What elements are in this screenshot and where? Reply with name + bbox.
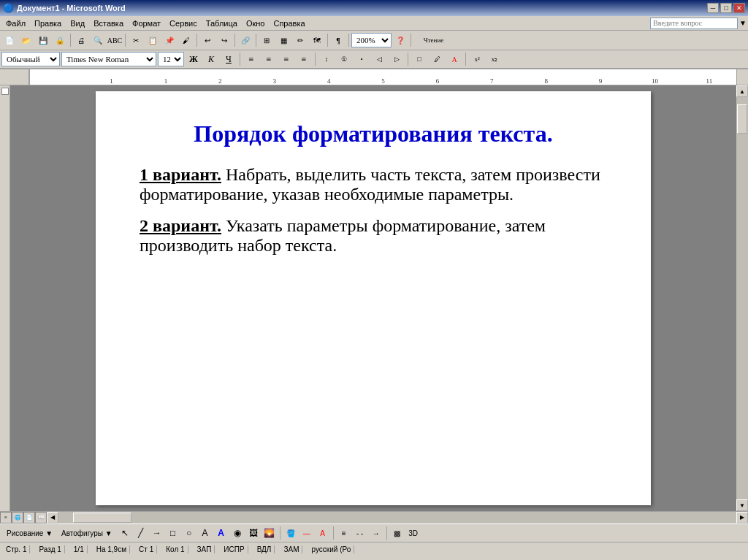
ruler-5: 4 bbox=[302, 78, 356, 85]
diagram-tool[interactable]: ◉ bbox=[230, 526, 245, 540]
bullets-button[interactable]: • bbox=[354, 51, 370, 67]
menu-format[interactable]: Формат bbox=[128, 18, 165, 29]
table-button[interactable]: ⊞ bbox=[259, 32, 275, 48]
docmap-button[interactable]: 🗺 bbox=[309, 32, 325, 48]
variant2-paragraph: 2 вариант. Указать параметры форматирова… bbox=[140, 216, 607, 256]
hyperlink-button[interactable]: 🔗 bbox=[237, 32, 253, 48]
search-arrow[interactable]: ▼ bbox=[739, 19, 747, 27]
menu-window[interactable]: Окно bbox=[242, 18, 270, 29]
sep1 bbox=[70, 34, 71, 47]
print-view-button[interactable]: 📄 bbox=[23, 512, 35, 523]
scroll-thumb[interactable] bbox=[737, 104, 747, 134]
hscroll-right-button[interactable]: ▶ bbox=[736, 512, 748, 523]
web-view-button[interactable]: 🌐 bbox=[12, 512, 23, 523]
spellcheck-button[interactable]: ABC bbox=[107, 32, 123, 48]
permissions-button[interactable]: 🔒 bbox=[52, 32, 68, 48]
drawing-menu-button[interactable]: Рисование ▼ bbox=[3, 526, 56, 540]
style-selector[interactable]: Обычный bbox=[1, 52, 60, 66]
drawing-button[interactable]: ✏ bbox=[292, 32, 308, 48]
align-justify-button[interactable]: ≡ bbox=[296, 51, 312, 67]
zoom-help[interactable]: ❓ bbox=[392, 32, 408, 48]
subscript-button[interactable]: x₂ bbox=[486, 51, 503, 67]
highlight-button[interactable]: 🖊 bbox=[429, 51, 445, 67]
document-scroll-area[interactable]: Порядок форматирования текста. 1 вариант… bbox=[10, 85, 736, 511]
select-tool[interactable]: ↖ bbox=[118, 526, 132, 540]
superscript-button[interactable]: x² bbox=[469, 51, 485, 67]
font-color-button[interactable]: A bbox=[446, 51, 462, 67]
outside-border-button[interactable]: □ bbox=[411, 51, 427, 67]
show-hide-button[interactable]: ¶ bbox=[330, 32, 346, 48]
menu-help[interactable]: Справка bbox=[269, 18, 309, 29]
minimize-button[interactable]: ─ bbox=[707, 3, 719, 13]
rect-tool[interactable]: □ bbox=[166, 526, 180, 540]
save-button[interactable]: 💾 bbox=[35, 32, 51, 48]
columns-button[interactable]: ▦ bbox=[275, 32, 291, 48]
preview-button[interactable]: 🔍 bbox=[90, 32, 106, 48]
line-spacing-button[interactable]: ↕ bbox=[318, 51, 335, 67]
paste-button[interactable]: 📌 bbox=[161, 32, 178, 48]
font-selector[interactable]: Times New Roman bbox=[61, 52, 156, 66]
picture-tool[interactable]: 🌄 bbox=[262, 526, 277, 540]
font-color-draw-button[interactable]: A bbox=[316, 526, 330, 540]
scroll-down-button[interactable]: ▼ bbox=[736, 499, 748, 511]
status-position: На 1,9см bbox=[94, 545, 130, 553]
textbox-tool[interactable]: A bbox=[198, 526, 213, 540]
font-size-selector[interactable]: 12 bbox=[158, 52, 184, 66]
arrow-tool[interactable]: → bbox=[150, 526, 164, 540]
underline-button[interactable]: Ч bbox=[221, 51, 237, 67]
line-style-button[interactable]: ≡ bbox=[337, 526, 351, 540]
hscroll-track[interactable] bbox=[58, 512, 736, 523]
menu-file[interactable]: Файл bbox=[1, 18, 30, 29]
window-controls[interactable]: ─ □ ✕ bbox=[707, 3, 745, 13]
dash-style-button[interactable]: - - bbox=[353, 526, 367, 540]
maximize-button[interactable]: □ bbox=[720, 3, 732, 13]
align-right-button[interactable]: ≡ bbox=[278, 51, 294, 67]
autoshapes-button[interactable]: Автофигуры ▼ bbox=[58, 526, 116, 540]
menu-edit[interactable]: Правка bbox=[30, 18, 66, 29]
oval-tool[interactable]: ○ bbox=[182, 526, 196, 540]
hscroll-thumb[interactable] bbox=[73, 513, 131, 523]
window-title: Документ1 - Microsoft Word bbox=[17, 4, 126, 12]
copy-button[interactable]: 📋 bbox=[145, 32, 161, 48]
redo-button[interactable]: ↪ bbox=[216, 32, 232, 48]
menu-table[interactable]: Таблица bbox=[202, 18, 242, 29]
numbering-button[interactable]: ① bbox=[336, 51, 352, 67]
drawing-label: Рисование ▼ bbox=[7, 529, 53, 537]
menu-view[interactable]: Вид bbox=[66, 18, 89, 29]
zoom-selector[interactable]: 200% 100% bbox=[351, 33, 392, 47]
normal-view-button[interactable]: ≡ bbox=[0, 512, 12, 523]
open-button[interactable]: 📂 bbox=[18, 32, 34, 48]
help-search-input[interactable] bbox=[650, 18, 738, 29]
align-left-button[interactable]: ≡ bbox=[243, 51, 259, 67]
new-button[interactable]: 📄 bbox=[1, 32, 18, 48]
arrow-style-button[interactable]: → bbox=[369, 526, 383, 540]
italic-button[interactable]: К bbox=[203, 51, 219, 67]
hscroll-left-button[interactable]: ◀ bbox=[47, 512, 58, 523]
fill-color-button[interactable]: 🪣 bbox=[283, 526, 298, 540]
undo-button[interactable]: ↩ bbox=[199, 32, 215, 48]
help-search[interactable]: ▼ bbox=[650, 18, 747, 29]
vertical-scrollbar[interactable]: ▲ ▼ bbox=[736, 85, 748, 511]
line-tool[interactable]: ╱ bbox=[134, 526, 148, 540]
scroll-track[interactable] bbox=[736, 97, 748, 499]
scroll-up-button[interactable]: ▲ bbox=[736, 85, 748, 97]
close-button[interactable]: ✕ bbox=[733, 3, 745, 13]
menu-tools[interactable]: Сервис bbox=[165, 18, 202, 29]
reading-view-button[interactable]: 📖 bbox=[35, 512, 47, 523]
decrease-indent-button[interactable]: ◁ bbox=[371, 51, 387, 67]
menu-insert[interactable]: Вставка bbox=[89, 18, 128, 29]
ruler-scale[interactable]: 1 1 2 3 4 5 6 7 8 9 10 11 bbox=[29, 69, 737, 85]
read-button[interactable]: Чтение bbox=[413, 32, 454, 48]
3d-button[interactable]: 3D bbox=[406, 526, 421, 540]
align-center-button[interactable]: ≡ bbox=[261, 51, 277, 67]
clipart-tool[interactable]: 🖼 bbox=[246, 526, 261, 540]
bold-button[interactable]: Ж bbox=[186, 51, 202, 67]
view-buttons[interactable]: ≡ 🌐 📄 📖 bbox=[0, 512, 47, 523]
format-painter[interactable]: 🖌 bbox=[178, 32, 194, 48]
wordart-tool[interactable]: A bbox=[214, 526, 229, 540]
increase-indent-button[interactable]: ▷ bbox=[389, 51, 405, 67]
line-color-button[interactable]: — bbox=[299, 526, 314, 540]
print-button[interactable]: 🖨 bbox=[73, 32, 89, 48]
cut-button[interactable]: ✂ bbox=[128, 32, 144, 48]
shadow-button[interactable]: ▩ bbox=[390, 526, 405, 540]
